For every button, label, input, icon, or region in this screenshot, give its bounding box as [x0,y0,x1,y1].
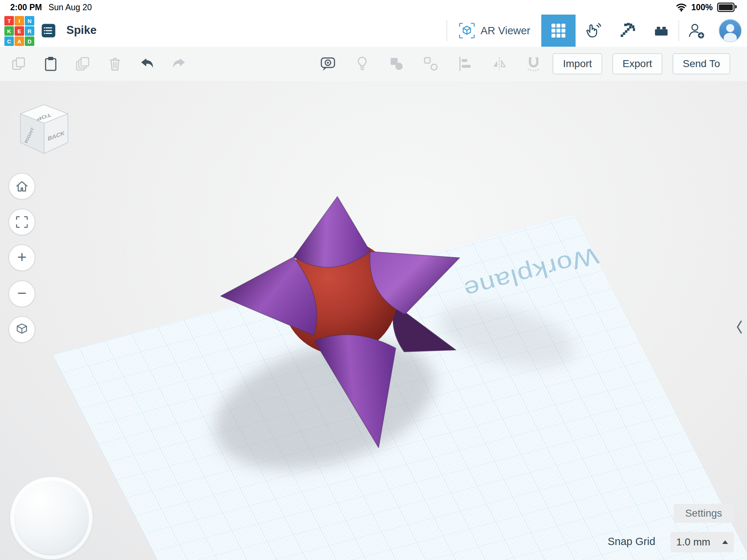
settings-button[interactable]: Settings [674,504,734,523]
edit-tools [10,47,187,81]
duplicate-button[interactable] [74,55,91,72]
spike-bottom-cone [314,335,396,448]
pickaxe-icon [619,22,635,39]
battery-percent: 100% [691,3,713,12]
undo-button[interactable] [139,55,155,72]
shape-tools [320,47,542,81]
group-icon [388,55,405,72]
shapes-panel-button[interactable] [541,15,576,47]
logo-tile: K [4,26,14,36]
paste-icon [42,55,59,72]
copy-icon [10,55,27,72]
viewport[interactable]: Workplane [0,81,747,560]
gesture-tool-button[interactable] [576,15,610,47]
orbit-control[interactable] [10,477,93,559]
show-all-eye-icon [320,55,336,72]
ar-viewer-button[interactable]: AR Viewer [447,15,541,47]
add-collaborator-button[interactable] [679,15,713,47]
ungroup-icon [422,55,439,72]
ar-viewer-label: AR Viewer [481,25,530,37]
align-button[interactable] [457,55,473,72]
logo-tile: T [4,16,14,26]
plus-icon: + [17,249,27,265]
projection-cube-icon [14,322,30,337]
status-date: Sun Aug 20 [49,3,92,12]
io-buttons: Import Export Send To [553,47,730,81]
fit-view-button[interactable] [8,209,35,236]
header: T I N K E R C A D Spike [0,15,747,47]
magnet-ruler-icon [525,55,542,72]
zoom-out-button[interactable]: − [8,280,35,307]
import-button[interactable]: Import [553,53,602,74]
show-all-button[interactable] [320,55,336,72]
copy-button[interactable] [10,55,27,72]
toolbar: Import Export Send To [0,47,747,82]
zoom-in-button[interactable]: + [8,244,35,271]
home-icon [14,178,30,194]
spike-top-cone [294,197,370,267]
logo-tile: R [25,26,34,36]
projection-toggle-button[interactable] [8,316,35,343]
lightbulb-icon [354,55,371,72]
snap-grid-dropdown[interactable]: 1.0 mm [670,532,734,552]
fit-view-icon [14,214,30,230]
design-menu-button[interactable] [41,23,56,38]
tinkercad-app: 2:00 PM Sun Aug 20 100% T I N K E R [0,0,747,560]
model-spike[interactable] [204,182,481,467]
logo-tile: D [25,36,34,46]
home-view-button[interactable] [8,173,35,200]
design-title: Spike [66,24,97,37]
send-to-button[interactable]: Send To [673,53,730,74]
status-bar: 2:00 PM Sun Aug 20 100% [0,0,747,15]
duplicate-icon [74,55,91,72]
logo-tile: I [15,16,24,26]
logo-tile: N [25,16,34,26]
wifi-icon [676,3,687,12]
snap-grid-value: 1.0 mm [676,536,710,548]
delete-button[interactable] [107,55,123,72]
shapes-grid-icon [551,24,565,38]
delete-icon [107,55,123,72]
header-actions: AR Viewer [446,15,747,47]
redo-icon [171,55,187,72]
align-icon [457,55,473,72]
light-button[interactable] [354,55,371,72]
snap-grid-label: Snap Grid [608,536,655,548]
ungroup-button[interactable] [422,55,439,72]
brick-icon [653,22,670,39]
mirror-button[interactable] [491,55,508,72]
caret-up-icon [722,540,728,544]
redo-button[interactable] [171,55,187,72]
account-button[interactable] [713,19,747,43]
paste-button[interactable] [42,55,59,72]
battery-icon [717,3,735,12]
collapse-panel-button[interactable] [732,311,747,343]
design-list-icon [41,23,56,38]
ar-viewer-icon [458,22,476,39]
avatar [718,19,742,43]
person-plus-icon [688,22,705,39]
undo-icon [139,55,155,72]
minus-icon: − [17,285,27,301]
status-time: 2:00 PM [10,3,42,12]
tinkercad-logo[interactable]: T I N K E R C A D [4,16,34,46]
blocks-view-button[interactable] [610,15,644,47]
logo-tile: E [15,26,24,36]
chevron-left-icon [736,320,743,334]
export-button[interactable]: Export [612,53,662,74]
hand-gesture-icon [584,22,601,39]
group-button[interactable] [388,55,405,72]
ruler-button[interactable] [525,55,542,72]
logo-tile: A [15,36,24,46]
logo-tile: C [4,36,14,46]
mirror-icon [491,55,508,72]
view-cube[interactable]: TOP RIGHT BACK [17,102,71,157]
bricks-view-button[interactable] [644,15,678,47]
